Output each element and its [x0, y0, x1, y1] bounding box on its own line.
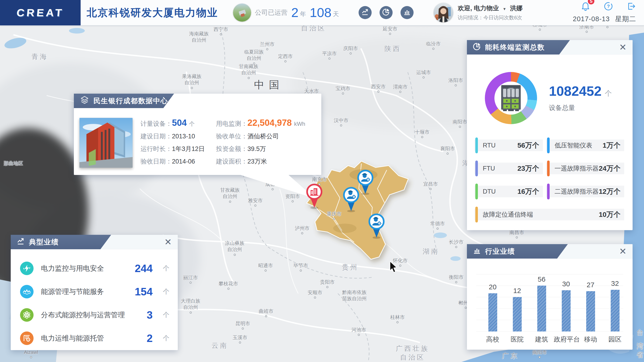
performance-value: 244	[135, 263, 152, 274]
performance-value: 3	[146, 310, 152, 320]
industry-bar	[562, 290, 570, 332]
pie-chart-icon	[382, 8, 390, 17]
device-color-bar	[475, 160, 478, 176]
operating-days-unit: 天	[333, 7, 339, 18]
brand-logo[interactable]: CREAT	[0, 0, 80, 26]
device-label: 故障定位通信终端	[483, 210, 533, 219]
close-icon[interactable]: ✕	[164, 238, 172, 246]
performance-value: 2	[146, 333, 152, 344]
wave-icon	[20, 285, 34, 298]
industry-bar	[537, 286, 546, 332]
trend-chart-button[interactable]	[358, 6, 372, 19]
device-value: 16万个	[518, 187, 539, 196]
lightning-icon	[20, 262, 34, 275]
device-row: DTU16万个	[474, 186, 543, 197]
device-value: 56万个	[518, 141, 539, 150]
popup-field: 建设面积：23万米	[216, 157, 314, 166]
mouse-cursor	[390, 261, 398, 273]
worker-pin[interactable]	[342, 186, 360, 212]
device-color-bar	[547, 184, 550, 200]
performance-label: 电力运维与能源托管	[41, 334, 139, 343]
bar-chart-icon	[403, 8, 411, 17]
device-color-bar	[475, 184, 478, 200]
close-icon[interactable]: ✕	[619, 247, 626, 256]
popup-header: 民生银行成都数据中心	[74, 94, 321, 108]
device-value: 23万个	[518, 164, 539, 173]
avatar[interactable]	[434, 3, 453, 22]
panel-banner: 典型业绩	[11, 235, 111, 249]
popup-field: 投资金额：39.5万	[216, 145, 314, 153]
operating-years-unit: 年	[300, 7, 306, 18]
bar-category-label: 高校	[480, 335, 505, 344]
bar-chart-categories: 高校医院建筑政府平台移动园区	[480, 335, 627, 344]
map-canvas[interactable]: 西宁市海南藏族 自治州自治区兰州市临夏回族 自治州定西市平凉市庆阳市延安市临汾市…	[0, 26, 644, 362]
performance-label: 分布式能源控制与运营管理	[41, 310, 139, 320]
device-donut-chart	[485, 72, 537, 124]
industry-bar	[611, 290, 620, 332]
device-label: RTU	[483, 142, 496, 149]
performance-unit: 个	[163, 264, 170, 273]
dashboard-screen: CREAT 北京科锐研发大厦电力物业 公司已运营 2 年 108 天	[0, 0, 644, 362]
popup-field: 验收日期：2014-06	[140, 157, 214, 166]
company-pin[interactable]	[306, 183, 323, 209]
date-text: 2017-08-13	[573, 15, 610, 22]
bar-chart-button[interactable]	[400, 6, 414, 19]
device-total-label: 设备总量	[549, 104, 612, 112]
weekday-text: 星期二	[615, 15, 636, 22]
help-button[interactable]: ?	[604, 2, 613, 12]
device-total-unit: 个	[605, 90, 612, 97]
panel-header: 能耗终端监测总数 ✕	[467, 40, 632, 54]
performance-unit: 个	[163, 287, 170, 296]
industry-bar	[513, 297, 522, 332]
popup-field: 运行时长：1年3月12日	[140, 145, 214, 153]
performance-unit: 个	[163, 310, 170, 319]
performance-row: 分布式能源控制与运营管理3个	[20, 303, 170, 326]
trend-chart-icon	[362, 8, 369, 17]
panel-banner: 行业业绩	[467, 244, 568, 258]
industry-bar	[488, 293, 497, 332]
popup-field: 用电监测：22,504,978kWh	[216, 118, 314, 128]
panel-energy-terminals: 能耗终端监测总数 ✕ 1082452个 设备总量 RTU56万个低压智能仪表1万…	[467, 40, 632, 230]
performance-unit: 个	[163, 334, 170, 343]
popup-title: 民生银行成都数据中心	[94, 96, 168, 106]
bar-chart-icon	[473, 247, 481, 256]
trend-chart-icon	[17, 237, 25, 247]
operating-days: 108	[310, 6, 331, 19]
panel-banner: 能耗终端监测总数	[467, 40, 570, 54]
notification-bell-button[interactable]: 5	[581, 2, 590, 12]
bar-chart: 201256302732	[480, 274, 627, 332]
worker-pin[interactable]	[368, 213, 385, 239]
top-header: CREAT 北京科锐研发大厦电力物业 公司已运营 2 年 108 天	[0, 0, 644, 26]
performance-row: 电力运维与能源托管2个	[20, 326, 170, 350]
device-color-bar	[547, 160, 550, 176]
panel-typical-performance: 典型业绩 ✕ 电力监控与用电安全244个能源管理与节能服务154个分布式能源控制…	[11, 235, 178, 350]
user-name: 洪娜	[510, 5, 522, 12]
device-row: 故障定位通信终端10万个	[474, 209, 624, 220]
device-total-value: 1082452	[549, 84, 602, 98]
panel-title: 典型业绩	[29, 237, 59, 247]
chevron-down-icon: ▼	[502, 7, 506, 11]
popup-field: 建设日期：2013-10	[140, 132, 214, 140]
performance-label: 能源管理与节能服务	[41, 287, 127, 296]
performance-value: 154	[135, 286, 152, 297]
popup-banner: 民生银行成都数据中心	[74, 94, 174, 108]
header-right: 5 ? 2017-08-13 星期二	[570, 2, 644, 24]
logout-button[interactable]	[626, 2, 636, 12]
close-icon[interactable]: ✕	[619, 43, 626, 52]
pie-chart-button[interactable]	[380, 6, 392, 19]
user-greeting-row[interactable]: 欢迎, 电力物业 ▼ 洪娜	[458, 4, 522, 12]
gear-panel-icon	[20, 332, 34, 345]
device-row: 二遥故障指示器12万个	[546, 186, 624, 197]
popup-field: 验收单位：酒仙桥公司	[216, 132, 314, 140]
bar-value-label: 12	[502, 287, 532, 295]
panel-title: 行业业绩	[485, 247, 515, 256]
device-value: 12万个	[599, 187, 620, 196]
layers-icon	[80, 96, 89, 106]
device-color-bar	[475, 138, 478, 153]
performance-row: 电力监控与用电安全244个	[20, 257, 170, 280]
bar-category-label: 建筑	[529, 335, 554, 344]
bar-category-label: 园区	[603, 335, 627, 344]
brand-logo-text: CREAT	[16, 6, 64, 19]
bar-category-label: 政府平台	[554, 335, 578, 344]
popup-field: 计量设备：504个	[140, 118, 214, 128]
